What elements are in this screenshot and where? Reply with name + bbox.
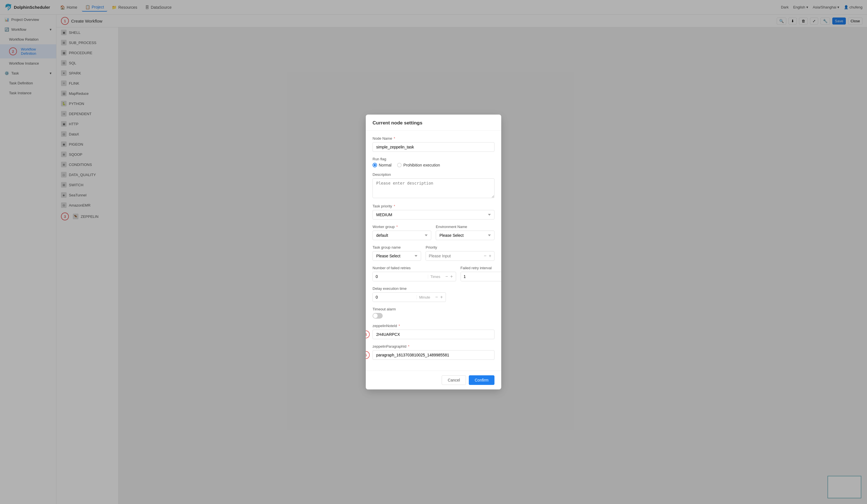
task-group-name-select[interactable]: Please Select — [373, 251, 421, 261]
description-group: Description — [373, 172, 494, 199]
failed-retries-control: Times − + — [373, 272, 456, 281]
delay-execution-label: Delay execution time — [373, 287, 494, 291]
priority-label: Priority — [426, 245, 494, 249]
delay-execution-group: Delay execution time Minute − + — [373, 287, 494, 302]
failed-retries-group: Number of failed retries Times − + — [373, 266, 456, 281]
priority-input[interactable] — [426, 251, 481, 260]
dialog-body: Node Name * Run flag Normal Prohibition … — [366, 131, 501, 371]
environment-name-select[interactable]: Please Select — [436, 230, 494, 240]
priority-increment[interactable]: + — [488, 254, 492, 258]
environment-name-label: Environment Name — [436, 225, 494, 229]
run-flag-group: Run flag Normal Prohibition execution — [373, 157, 494, 167]
failed-retries-unit: Times — [428, 275, 442, 279]
node-name-label: Node Name * — [373, 136, 494, 140]
delay-decrement[interactable]: − — [435, 295, 438, 299]
worker-group-group: Worker group * default — [373, 225, 431, 240]
zeppelin-paragraph-id-input[interactable] — [373, 350, 494, 360]
task-priority-select[interactable]: MEDIUM — [373, 210, 494, 219]
node-name-group: Node Name * — [373, 136, 494, 152]
retry-interval-control: Minute − + — [461, 272, 501, 281]
priority-input-with-controls: − + — [426, 251, 494, 261]
node-name-input[interactable] — [373, 142, 494, 152]
normal-radio-circle — [373, 163, 377, 167]
prohibition-radio-circle — [397, 163, 402, 167]
zeppelin-note-id-input[interactable] — [373, 330, 494, 339]
dialog-footer: Cancel Confirm — [366, 371, 501, 389]
retries-row: Number of failed retries Times − + Faile… — [373, 266, 494, 287]
timeout-alarm-group: Timeout alarm — [373, 307, 494, 319]
run-flag-radio-group: Normal Prohibition execution — [373, 163, 494, 167]
taskgroup-priority-row: Task group name Please Select Priority −… — [373, 245, 494, 266]
timeout-alarm-label: Timeout alarm — [373, 307, 494, 311]
worker-env-row: Worker group * default Environment Name … — [373, 225, 494, 245]
retry-interval-input[interactable] — [461, 272, 501, 281]
priority-decrement[interactable]: − — [483, 254, 487, 258]
failed-retries-input[interactable] — [373, 272, 428, 281]
delay-increment[interactable]: + — [440, 295, 443, 299]
timeout-alarm-toggle[interactable] — [373, 313, 383, 319]
retry-interval-label: Failed retry interval — [461, 266, 501, 270]
delay-execution-unit: Minute — [417, 295, 432, 299]
node-settings-dialog: Current node settings Node Name * Run fl… — [366, 115, 501, 389]
confirm-button[interactable]: Confirm — [469, 375, 494, 385]
retry-interval-group: Failed retry interval Minute − + — [461, 266, 501, 281]
dialog-title: Current node settings — [366, 115, 501, 131]
zeppelin-paragraph-id-group: zeppelinParagraphId * 5 — [373, 344, 494, 360]
dialog-overlay: Current node settings Node Name * Run fl… — [0, 0, 867, 504]
cancel-button[interactable]: Cancel — [442, 375, 466, 385]
environment-name-group: Environment Name Please Select — [436, 225, 494, 240]
worker-group-label: Worker group * — [373, 225, 431, 229]
zeppelin-note-id-group: zeppelinNoteId * 4 — [373, 324, 494, 339]
retries-increment[interactable]: + — [450, 274, 453, 279]
priority-group: Priority − + — [426, 245, 494, 261]
worker-group-select[interactable]: default — [373, 230, 431, 240]
task-group-name-label: Task group name — [373, 245, 421, 249]
task-priority-group: Task priority * MEDIUM — [373, 204, 494, 219]
task-priority-label: Task priority * — [373, 204, 494, 208]
run-flag-normal[interactable]: Normal — [373, 163, 392, 167]
annotation-circle-4: 4 — [366, 331, 370, 339]
run-flag-label: Run flag — [373, 157, 494, 161]
description-label: Description — [373, 172, 494, 176]
zeppelin-paragraph-id-label: zeppelinParagraphId * — [373, 344, 494, 348]
delay-execution-control: Minute − + — [373, 292, 446, 302]
failed-retries-label: Number of failed retries — [373, 266, 456, 270]
run-flag-prohibition[interactable]: Prohibition execution — [397, 163, 440, 167]
delay-execution-input[interactable] — [373, 293, 417, 302]
annotation-circle-5: 5 — [366, 351, 370, 359]
description-textarea[interactable] — [373, 178, 494, 198]
retries-decrement[interactable]: − — [445, 274, 448, 279]
zeppelin-note-id-label: zeppelinNoteId * — [373, 324, 494, 328]
task-group-name-group: Task group name Please Select — [373, 245, 421, 261]
